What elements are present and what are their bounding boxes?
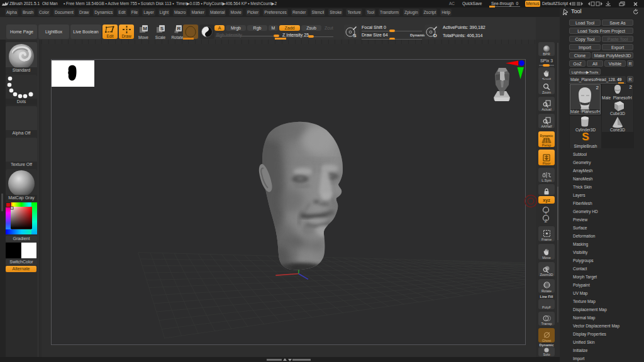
svg-text:S: S — [353, 33, 357, 38]
svg-text:M: M — [143, 26, 147, 31]
svg-text:Z: Z — [545, 219, 548, 223]
svg-text:D: D — [433, 33, 437, 38]
svg-text:S: S — [160, 26, 164, 31]
svg-text:R: R — [177, 26, 180, 31]
